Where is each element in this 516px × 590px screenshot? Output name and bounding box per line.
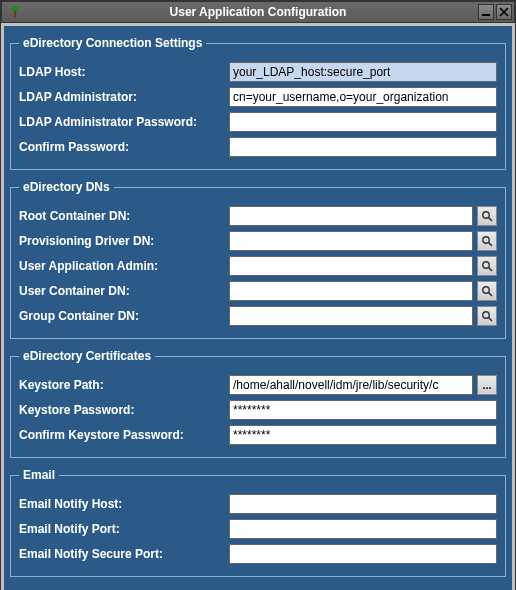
row-confirm-keystore-pw: Confirm Keystore Password: (19, 424, 497, 446)
svg-line-10 (489, 268, 493, 272)
confirm-keystore-pw-input[interactable] (229, 425, 497, 445)
group-certs-legend: eDirectory Certificates (19, 349, 155, 363)
row-ldap-admin-pw: LDAP Administrator Password: (19, 111, 497, 133)
window-title: User Application Configuration (170, 5, 347, 19)
group-email-legend: Email (19, 468, 59, 482)
svg-line-12 (489, 293, 493, 297)
row-user-container: User Container DN: (19, 280, 497, 302)
svg-point-7 (483, 237, 489, 243)
group-email: Email Email Notify Host: Email Notify Po… (10, 468, 506, 577)
svg-point-5 (483, 212, 489, 218)
titlebar: User Application Configuration (1, 1, 515, 23)
email-port-input[interactable] (229, 519, 497, 539)
svg-point-13 (483, 312, 489, 318)
group-container-label: Group Container DN: (19, 309, 229, 323)
window-frame: User Application Configuration eDirector… (0, 0, 516, 590)
row-email-secure-port: Email Notify Secure Port: (19, 543, 497, 565)
row-user-app-admin: User Application Admin: (19, 255, 497, 277)
user-app-admin-label: User Application Admin: (19, 259, 229, 273)
close-button[interactable] (496, 4, 512, 20)
row-confirm-pw: Confirm Password: (19, 136, 497, 158)
svg-rect-2 (482, 14, 490, 16)
ldap-host-label: LDAP Host: (19, 65, 229, 79)
email-host-label: Email Notify Host: (19, 497, 229, 511)
group-container-input[interactable] (229, 306, 473, 326)
prov-driver-label: Provisioning Driver DN: (19, 234, 229, 248)
row-group-container: Group Container DN: (19, 305, 497, 327)
user-container-label: User Container DN: (19, 284, 229, 298)
user-container-browse-button[interactable] (477, 281, 497, 301)
row-keystore-pw: Keystore Password: (19, 399, 497, 421)
row-ldap-admin: LDAP Administrator: (19, 86, 497, 108)
search-icon (481, 310, 493, 322)
email-secure-port-label: Email Notify Secure Port: (19, 547, 229, 561)
minimize-button[interactable] (478, 4, 494, 20)
confirm-keystore-pw-label: Confirm Keystore Password: (19, 428, 229, 442)
row-email-port: Email Notify Port: (19, 518, 497, 540)
keystore-path-browse-button[interactable]: ... (477, 375, 497, 395)
svg-point-11 (483, 287, 489, 293)
user-app-admin-input[interactable] (229, 256, 473, 276)
search-icon (481, 260, 493, 272)
row-prov-driver: Provisioning Driver DN: (19, 230, 497, 252)
root-container-input[interactable] (229, 206, 473, 226)
root-container-browse-button[interactable] (477, 206, 497, 226)
row-keystore-path: Keystore Path: ... (19, 374, 497, 396)
group-certs: eDirectory Certificates Keystore Path: .… (10, 349, 506, 458)
user-container-input[interactable] (229, 281, 473, 301)
search-icon (481, 210, 493, 222)
group-container-browse-button[interactable] (477, 306, 497, 326)
ldap-host-input[interactable] (229, 62, 497, 82)
content-area: eDirectory Connection Settings LDAP Host… (4, 26, 512, 590)
row-root-container: Root Container DN: (19, 205, 497, 227)
svg-rect-1 (14, 11, 16, 17)
group-connection: eDirectory Connection Settings LDAP Host… (10, 36, 506, 170)
row-ldap-host: LDAP Host: (19, 61, 497, 83)
keystore-path-input[interactable] (229, 375, 473, 395)
group-dns-legend: eDirectory DNs (19, 180, 114, 194)
svg-line-8 (489, 243, 493, 247)
confirm-pw-label: Confirm Password: (19, 140, 229, 154)
tree-icon (6, 4, 24, 22)
group-connection-legend: eDirectory Connection Settings (19, 36, 206, 50)
keystore-pw-label: Keystore Password: (19, 403, 229, 417)
confirm-pw-input[interactable] (229, 137, 497, 157)
ldap-admin-pw-label: LDAP Administrator Password: (19, 115, 229, 129)
prov-driver-input[interactable] (229, 231, 473, 251)
email-host-input[interactable] (229, 494, 497, 514)
email-secure-port-input[interactable] (229, 544, 497, 564)
prov-driver-browse-button[interactable] (477, 231, 497, 251)
email-port-label: Email Notify Port: (19, 522, 229, 536)
svg-line-6 (489, 218, 493, 222)
ldap-admin-label: LDAP Administrator: (19, 90, 229, 104)
svg-point-9 (483, 262, 489, 268)
user-app-admin-browse-button[interactable] (477, 256, 497, 276)
window-buttons (478, 4, 512, 20)
search-icon (481, 285, 493, 297)
search-icon (481, 235, 493, 247)
row-email-host: Email Notify Host: (19, 493, 497, 515)
root-container-label: Root Container DN: (19, 209, 229, 223)
keystore-path-label: Keystore Path: (19, 378, 229, 392)
keystore-pw-input[interactable] (229, 400, 497, 420)
ellipsis-icon: ... (482, 379, 491, 391)
group-dns: eDirectory DNs Root Container DN: Provis… (10, 180, 506, 339)
svg-line-14 (489, 318, 493, 322)
ldap-admin-input[interactable] (229, 87, 497, 107)
ldap-admin-pw-input[interactable] (229, 112, 497, 132)
